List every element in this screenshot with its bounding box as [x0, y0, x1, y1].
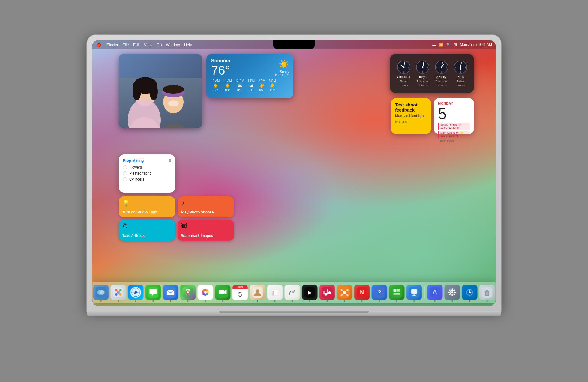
svg-text:9: 9: [398, 66, 399, 68]
svg-text:A: A: [433, 288, 437, 296]
clock-day-tokyo: Tomorrow: [417, 80, 429, 83]
sun-icon: ☀️: [274, 59, 289, 69]
svg-rect-113: [397, 289, 400, 291]
menu-window[interactable]: Window: [166, 43, 180, 47]
dock-app-freeform[interactable]: [285, 285, 300, 300]
svg-point-13: [168, 100, 179, 106]
wifi-icon[interactable]: 📶: [439, 43, 443, 47]
menu-file[interactable]: File: [123, 43, 129, 47]
battery-icon[interactable]: ▬: [432, 43, 436, 47]
control-center-icon[interactable]: ⊞: [454, 43, 457, 47]
timer-icon: ⏱: [122, 223, 172, 230]
svg-rect-126: [452, 295, 453, 296]
shortcut-take-break[interactable]: ⏱ Take A Break: [119, 220, 175, 241]
svg-text:3: 3: [446, 66, 447, 68]
dock-app-appstore[interactable]: A: [427, 285, 443, 300]
svg-rect-139: [486, 290, 488, 291]
dock-app-finder[interactable]: [93, 285, 109, 300]
svg-rect-128: [455, 292, 456, 293]
dock-app-music[interactable]: [320, 285, 335, 300]
menubar-right: ▬ 📶 🔍 ⊞ Mon Jun 5 9:41 AM: [432, 43, 492, 47]
shortcut-play-music[interactable]: ♪ Play Photo Shoot P...: [178, 196, 234, 217]
dock-app-maps[interactable]: [180, 285, 196, 300]
menubar-app-name[interactable]: Finder: [106, 43, 118, 47]
svg-point-81: [256, 289, 260, 293]
svg-text:9: 9: [436, 66, 437, 68]
svg-point-135: [469, 292, 470, 293]
shortcut-watermark[interactable]: 🖼 Watermark Images: [178, 220, 234, 241]
menu-go[interactable]: Go: [157, 43, 162, 47]
dock-app-safari[interactable]: [128, 285, 144, 300]
svg-point-53: [119, 293, 122, 296]
weather-hourly: 10 AM ☀️ 77° 11 AM ☀️ 80° 12 PM ⛅ 81: [211, 79, 289, 92]
event-1-name: Set up lighting 🌸: [440, 123, 468, 126]
dock-app-reminders[interactable]: [267, 285, 283, 300]
svg-point-12: [163, 85, 184, 94]
dock-app-keynote[interactable]: [406, 285, 422, 300]
menubar-datetime: Mon Jun 5 9:41 AM: [460, 43, 492, 47]
svg-text:6: 6: [441, 71, 442, 73]
clock-offset-sydney: +17HRS: [436, 84, 446, 87]
svg-rect-115: [394, 293, 400, 294]
search-icon[interactable]: 🔍: [446, 43, 451, 47]
svg-point-21: [403, 66, 404, 68]
menu-view[interactable]: View: [144, 43, 152, 47]
calendar-event-1: Set up lighting 🌸 12:00–12:30PM: [438, 123, 470, 130]
svg-text:3: 3: [408, 66, 409, 68]
dock-app-numbers[interactable]: [389, 285, 405, 300]
photo-display: [119, 54, 202, 128]
svg-point-29: [422, 66, 423, 68]
svg-rect-95: [327, 289, 328, 294]
weather-hour-1pm: 1 PM 🌤 81°: [248, 79, 255, 92]
svg-point-93: [325, 293, 328, 296]
weather-sunny: Sunny: [274, 70, 289, 73]
dock-app-system-settings[interactable]: [445, 285, 460, 300]
svg-point-50: [115, 289, 118, 291]
dock-app-trash[interactable]: [479, 285, 495, 300]
shortcut-label-2: Play Photo Shoot P...: [181, 210, 230, 214]
dock-app-contacts[interactable]: [250, 285, 266, 300]
svg-point-6: [149, 82, 158, 100]
widget-notes: Test shoot feedback More ambient light 8…: [391, 98, 431, 134]
apple-logo[interactable]: 🍎: [96, 42, 101, 47]
weather-hour-12pm: 12 PM ⛅ 81°: [236, 79, 244, 92]
menubar-left: 🍎 Finder File Edit View Go Window Help: [96, 42, 192, 47]
dock-app-facetime[interactable]: [215, 285, 231, 300]
notes-time: 8:30 AM: [395, 120, 427, 124]
svg-rect-125: [452, 288, 453, 290]
dock-app-photos[interactable]: [198, 285, 213, 300]
calendar-events: Set up lighting 🌸 12:00–12:30PM Meet wit…: [438, 123, 470, 142]
dock-app-news[interactable]: N: [354, 285, 370, 300]
svg-point-86: [273, 292, 274, 294]
dock-app-calendar[interactable]: JUN 5: [232, 285, 248, 300]
svg-rect-127: [448, 292, 450, 293]
svg-rect-111: [392, 287, 402, 298]
dock-app-screentime[interactable]: [462, 285, 478, 300]
svg-rect-119: [414, 294, 415, 295]
svg-text:▶: ▶: [308, 290, 312, 295]
weather-hour-10am: 10 AM ☀️ 77°: [211, 79, 220, 92]
svg-text:6: 6: [460, 71, 461, 73]
svg-text:6: 6: [422, 71, 423, 73]
dock-divider: [424, 286, 425, 298]
dock-app-mindnode[interactable]: [337, 285, 352, 300]
svg-point-54: [117, 291, 120, 294]
macbook-foot: [219, 311, 369, 313]
image-icon: 🖼: [181, 223, 230, 230]
svg-text:9: 9: [455, 66, 456, 68]
shortcut-studio-light[interactable]: 💡 Turn on Studio Light...: [119, 196, 175, 217]
menu-help[interactable]: Help: [184, 43, 192, 47]
menu-edit[interactable]: Edit: [133, 43, 140, 47]
clock-offset-paris: +9HRS: [456, 84, 465, 87]
dock-app-mail[interactable]: [163, 285, 178, 300]
music-icon: ♪: [181, 199, 230, 206]
reminders-count: 3: [169, 158, 171, 163]
event-2-name: Meet with talent 🌟: [440, 131, 468, 134]
dock-app-support[interactable]: ?: [372, 285, 387, 300]
dock-app-launchpad[interactable]: [111, 285, 126, 300]
svg-text:6: 6: [403, 71, 404, 73]
dock-app-appletv[interactable]: ▶: [302, 285, 318, 300]
svg-text:9: 9: [417, 66, 418, 68]
clock-city-paris: Paris: [457, 75, 464, 79]
dock-app-messages[interactable]: [146, 285, 161, 300]
